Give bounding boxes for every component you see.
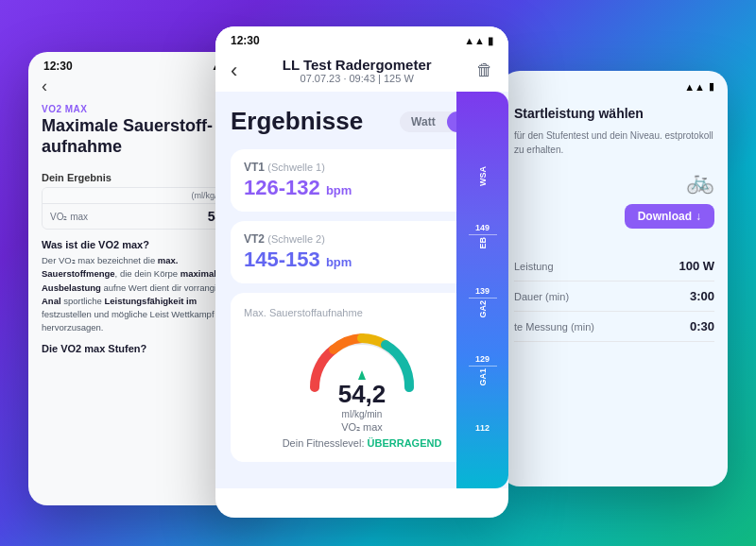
bar-label-eb: EB	[478, 237, 488, 249]
param-value-messung: 0:30	[690, 319, 714, 333]
param-row-messung: te Messung (min) 0:30	[514, 312, 714, 342]
left-title: Maximale Sauerstoff-aufnahme	[42, 116, 242, 157]
trash-icon[interactable]: 🗑	[476, 60, 493, 80]
was-ist-title: Was ist die VO2 max?	[42, 239, 242, 250]
results-header: Ergebnisse Watt bpm	[231, 107, 493, 136]
vt2-card: i VT2 (Schwelle 2) 145-153 bpm	[231, 221, 493, 283]
param-row-dauer: Dauer (min) 3:00	[514, 282, 714, 312]
gauge-container: 54,2 ml/kg/min VO₂ max Dein Fitnesslevel…	[244, 321, 480, 449]
center-status-icons: ▲▲ ▮	[464, 35, 493, 47]
vo2-label: VO2 MAX	[42, 104, 242, 114]
table-header: (ml/kg/min)	[43, 188, 241, 204]
nav-subtitle: 07.07.23 · 09:43 | 125 W	[283, 73, 432, 84]
download-icon: ↓	[696, 210, 701, 223]
center-content: Ergebnisse Watt bpm i VT1 (Schwelle 1) 1…	[215, 92, 508, 488]
body-text-main: Der VO₂ max bezeichnet die max. Sauersto…	[42, 254, 242, 335]
param-label-messung: te Messung (min)	[514, 321, 594, 333]
right-status-bar: ▲▲ ▮	[501, 71, 728, 96]
nav-title-block: LL Test Radergometer 07.07.23 · 09:43 | …	[283, 57, 432, 84]
result-table: (ml/kg/min) VO₂ max 54,2	[42, 187, 242, 230]
param-value-leistung: 100 W	[679, 259, 714, 273]
right-body-text: für den Stufentest und dein Niveau. estp…	[514, 128, 714, 157]
vt1-card: i VT1 (Schwelle 1) 126-132 bpm	[231, 149, 493, 212]
left-time: 12:30	[43, 60, 73, 73]
table-key: VO₂ max	[50, 212, 88, 222]
results-title: Ergebnisse	[231, 107, 363, 136]
bar-number-149: 149	[475, 223, 490, 232]
vt2-label: VT2 (Schwelle 2)	[244, 232, 480, 246]
left-back-button[interactable]: ‹	[42, 77, 242, 96]
param-value-dauer: 3:00	[690, 289, 714, 303]
center-status-bar: 12:30 ▲▲ ▮	[215, 26, 508, 51]
bar-label-ga1: GA1	[478, 368, 488, 386]
right-content: Startleistung wählen für den Stufentest …	[501, 96, 728, 351]
right-signal-icon: ▲▲	[684, 81, 705, 93]
gauge-svg	[301, 321, 423, 397]
stufen-title: Die VO2 max Stufen?	[42, 343, 242, 354]
fitness-level: Dein Fitnesslevel: ÜBERRAGEND	[283, 437, 442, 449]
param-row-leistung: Leistung 100 W	[514, 251, 714, 282]
bar-number-139: 139	[475, 286, 490, 296]
param-label-dauer: Dauer (min)	[514, 291, 569, 302]
vt1-label: VT1 (Schwelle 1)	[244, 161, 480, 174]
toggle-watt[interactable]: Watt	[400, 111, 447, 132]
right-phone: ▲▲ ▮ Startleistung wählen für den Stufen…	[501, 71, 728, 486]
download-button[interactable]: Download ↓	[625, 204, 714, 229]
vo2-section-label: Max. Sauerstoffaufnahme i	[244, 306, 480, 319]
bar-label-wsa: WSA	[478, 166, 488, 186]
gauge-wrap	[301, 321, 423, 397]
bike-icon: 🚲	[686, 168, 714, 195]
svg-marker-0	[358, 370, 366, 380]
startleistung-title: Startleistung wählen	[514, 106, 714, 121]
center-back-button[interactable]: ‹	[231, 59, 237, 83]
bar-label-ga2: GA2	[478, 300, 488, 318]
vt1-value: 126-132 bpm	[244, 176, 480, 200]
dein-ergebnis-label: Dein Ergebnis	[42, 172, 242, 183]
center-nav: ‹ LL Test Radergometer 07.07.23 · 09:43 …	[215, 51, 508, 92]
center-time: 12:30	[231, 34, 260, 47]
right-battery-icon: ▮	[709, 80, 714, 93]
gauge-unit: ml/kg/min	[338, 409, 387, 419]
center-signal-icon: ▲▲	[464, 35, 485, 46]
gauge-sublabel: VO₂ max	[338, 421, 387, 434]
bar-number-129: 129	[475, 354, 490, 364]
download-label: Download	[638, 210, 692, 223]
right-bar: WSA 149 EB 139 GA2 129 GA1 112	[456, 92, 508, 488]
table-row: VO₂ max 54,2	[43, 204, 241, 229]
bar-number-112: 112	[475, 423, 490, 433]
center-battery-icon: ▮	[488, 35, 493, 47]
vo2-gauge-card: Max. Sauerstoffaufnahme i	[231, 293, 493, 462]
center-phone: 12:30 ▲▲ ▮ ‹ LL Test Radergometer 07.07.…	[215, 26, 508, 518]
nav-title-text: LL Test Radergometer	[283, 57, 432, 73]
param-label-leistung: Leistung	[514, 261, 554, 272]
vt2-value: 145-153 bpm	[244, 247, 480, 272]
fitness-level-value: ÜBERRAGEND	[368, 437, 442, 449]
